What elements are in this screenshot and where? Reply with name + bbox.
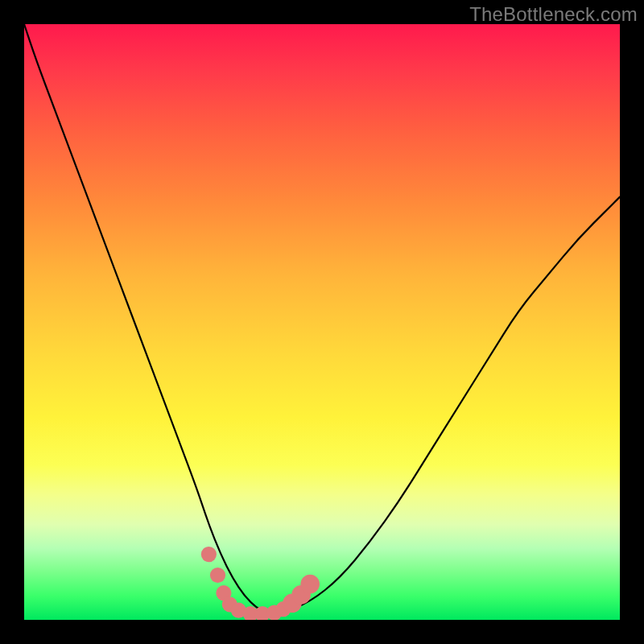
curve-marker [254,606,270,620]
curve-marker [243,606,258,620]
curve-marker [201,547,217,562]
curve-marker [222,597,237,612]
marker-group [201,547,320,620]
curve-marker [300,575,320,594]
curve-marker [216,585,231,601]
curve-overlay [24,24,620,620]
curve-marker [266,605,282,621]
curve-marker [275,601,291,617]
bottleneck-curve [24,24,620,614]
curve-marker [291,585,311,605]
watermark-text: TheBottleneck.com [469,3,638,26]
curve-marker [283,594,302,613]
curve-marker [210,568,225,583]
chart-frame: TheBottleneck.com [0,0,644,644]
curve-marker [231,603,246,618]
plot-area [24,24,620,620]
